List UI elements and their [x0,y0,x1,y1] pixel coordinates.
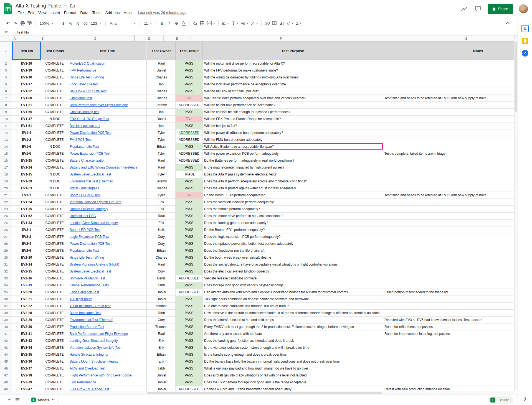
row-header[interactable]: 5 [0,81,12,88]
cell-title[interactable]: Lock Lever Life test [68,81,146,88]
cell-no[interactable]: EV1-10 [12,74,41,81]
cell-no[interactable]: EV1-29 [12,178,41,185]
cell-result[interactable]: PASS [176,317,203,324]
row-header[interactable]: 45 [0,358,12,365]
cell-result[interactable]: PASS [176,226,203,233]
cell-owner[interactable]: Ethan [147,143,176,150]
cell-no[interactable]: EV2-4 [12,240,41,247]
cell-no[interactable]: EV2-14 [12,261,41,268]
document-title[interactable]: Alta X Testing Public [16,3,61,9]
cell-owner[interactable]: Erik [147,206,176,213]
cell-purpose[interactable]: Does the motor drive perform in hot / co… [203,213,383,220]
cell-owner[interactable]: Tabb [147,365,176,372]
cell-owner[interactable]: Ethan [147,351,176,358]
cell-notes[interactable] [383,81,514,88]
vertical-scrollbar[interactable] [514,35,518,391]
cell-notes[interactable] [383,351,514,358]
cell-purpose[interactable]: Will the height hold performance be acce… [203,102,383,109]
cell-owner[interactable]: Raul [147,164,176,171]
zoom-select[interactable]: 100% [37,20,56,27]
cell-title[interactable]: Hot/cold test ESC [68,213,146,220]
cell-result[interactable]: PASS [176,185,203,192]
currency-button[interactable]: $ [60,20,67,27]
cell-status[interactable]: COMPLETE [41,317,68,324]
cell-status[interactable]: IN DOC [41,116,68,123]
cell-status[interactable]: IN DOC [41,143,68,150]
cell-result[interactable]: PASS [176,254,203,261]
cell-no[interactable]: EV2-39 [12,379,41,386]
redo-button[interactable]: ↷ [12,20,19,27]
cell-notes[interactable] [383,178,514,185]
cell-owner[interactable]: Tyler [147,129,176,136]
cell-notes[interactable] [383,157,514,164]
insert-link-button[interactable] [264,20,271,27]
cell-purpose[interactable]: Does the FPV camera footage look good an… [203,379,383,386]
cell-owner[interactable]: Thomas [147,303,176,310]
cell-result[interactable]: PASS [176,220,203,226]
cell-result[interactable]: PASS [176,74,203,81]
cell-owner[interactable]: Tyler [147,150,176,157]
row-header[interactable]: 11 [0,123,12,129]
cell-notes[interactable]: Room for refinement, but passes [383,324,514,330]
cell-purpose[interactable]: Do the Boom LED's perform adequately? [203,192,383,199]
cell-owner[interactable]: Cory [147,317,176,324]
row-header[interactable]: 15 [0,150,12,157]
cell-purpose[interactable]: Do the FRX pro and Futaba transmitter pe… [203,386,383,391]
cell-result[interactable]: PASS [176,372,203,379]
cell-purpose[interactable]: Do the boom wires break over aircraft li… [203,254,383,261]
row-header[interactable]: 40 [0,324,12,330]
cell-notes[interactable] [383,240,514,247]
cell-notes[interactable] [383,344,514,351]
merge-cells-button[interactable] [206,20,216,27]
move-folder-icon[interactable] [70,4,75,8]
cell-status[interactable]: COMPLETE [41,102,68,109]
cell-result[interactable]: ADDRESSED [176,136,203,143]
cell-purpose[interactable]: Does the Alta X pass system level electr… [203,171,383,178]
cell-status[interactable]: COMPLETE [41,164,68,171]
number-format-select[interactable]: 123 [89,20,104,27]
horizontal-scrollbar[interactable] [0,391,514,394]
cell-title[interactable]: FRX Pro & RC Range Test [68,116,146,123]
row-header[interactable]: 7 [0,95,12,102]
cell-no[interactable]: EV2-30 [12,324,41,330]
cell-result[interactable]: PASS [176,337,203,344]
row-header[interactable]: 21 [0,192,12,199]
cell-result[interactable]: PASS [176,143,203,150]
menu-tools[interactable]: Tools [90,10,103,16]
cell-owner[interactable]: Erik [147,358,176,365]
row-header[interactable]: 23 [0,206,12,213]
cell-owner[interactable]: Ethan [147,247,176,254]
cell-purpose[interactable]: Does the landing gear perform adequately… [203,220,383,226]
cell-status[interactable]: COMPLETE [41,74,68,81]
cell-result[interactable]: PASS [176,199,203,206]
cell-title[interactable]: AUW and Overload Test [68,365,146,372]
header-cell-owner[interactable]: Test Owner [147,42,176,60]
cell-title[interactable]: Flopdapter Life Test [68,143,146,150]
borders-button[interactable] [199,20,206,27]
cell-result[interactable]: ADDRESSED [176,157,203,164]
cell-notes[interactable] [383,123,514,129]
cell-result[interactable]: PASS [176,109,203,116]
cell-owner[interactable]: Tabb [147,282,176,289]
cell-title[interactable]: Motor/ESC Qualification [68,60,146,67]
cell-owner[interactable]: Ian [147,109,176,116]
formula-bar[interactable]: fx Test No [0,29,518,35]
cell-no[interactable]: EV1-61 [12,123,41,129]
cell-notes[interactable]: Test failed and needs to be retested at … [383,95,514,102]
row-header[interactable]: 28 [0,240,12,247]
cell-owner[interactable]: Raul [147,157,176,164]
cell-no[interactable]: EV1-60 [12,95,41,102]
cell-result[interactable]: PASS [176,330,203,337]
cell-purpose[interactable]: Run one release candidate unit through 1… [203,303,383,310]
cell-owner[interactable]: Cory [147,268,176,275]
cell-notes[interactable] [383,303,514,310]
cell-notes[interactable] [383,365,514,372]
menu-help[interactable]: Help [122,10,134,16]
row-header[interactable]: 12 [0,129,12,136]
cell-no[interactable]: EV1-4 [12,129,41,136]
cell-status[interactable]: COMPLETE [41,344,68,351]
cell-no[interactable]: EV1-26 [12,60,41,67]
menu-format[interactable]: Format [62,10,78,16]
cell-no[interactable]: EV2-6 [12,247,41,254]
cell-owner[interactable]: Deniz [147,275,176,282]
